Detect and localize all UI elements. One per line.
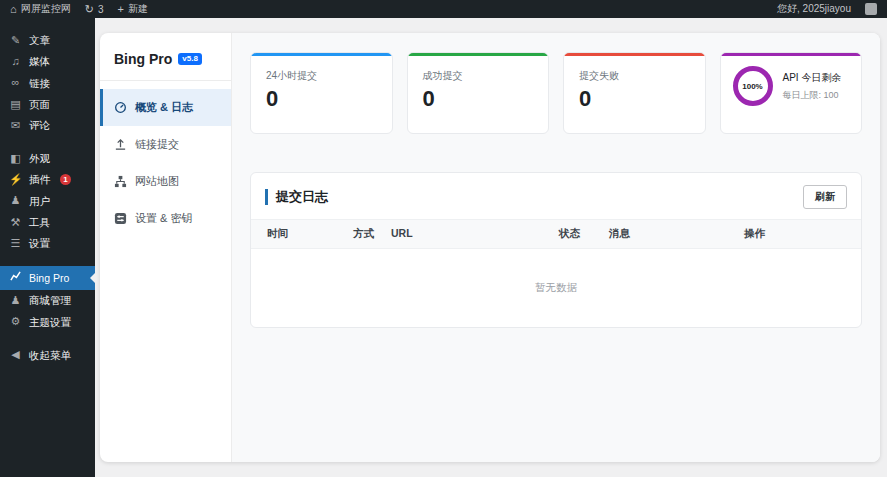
site-name: 网屏监控网 [21, 2, 71, 16]
sidebar-separator [0, 254, 95, 266]
plugin-title-row: Bing Pro v5.8 [100, 43, 231, 81]
sidebar-item-tools[interactable]: ⚒ 工具 [0, 212, 95, 233]
sitemap-icon [113, 175, 127, 189]
stat-card-success-submits: 成功提交 0 [407, 52, 550, 134]
tab-overview-logs[interactable]: 概览 & 日志 [100, 89, 231, 126]
tab-settings-keys[interactable]: 设置 & 密钥 [100, 200, 231, 237]
upload-icon [113, 138, 127, 152]
col-action: 操作 [744, 227, 845, 241]
sidebar-item-users[interactable]: ♟ 用户 [0, 190, 95, 211]
quota-ring: 100% [733, 66, 773, 106]
sidebar-item-label: 商城管理 [29, 294, 71, 307]
plugin-menu-label: 设置 & 密钥 [135, 211, 192, 226]
sidebar-item-label: 链接 [29, 77, 50, 90]
chart-line-icon [9, 271, 22, 285]
submission-log-card: 提交日志 刷新 时间 方式 URL 状态 消息 操作 暂无数据 [250, 172, 862, 328]
col-message: 消息 [609, 227, 744, 241]
plugin-menu-label: 网站地图 [135, 174, 179, 189]
stat-card-24h-submits: 24小时提交 0 [250, 52, 393, 134]
log-title: 提交日志 [265, 189, 328, 205]
plus-icon: + [117, 4, 123, 15]
new-content-link[interactable]: + 新建 [117, 2, 147, 16]
col-method: 方式 [353, 227, 391, 241]
sidebar-item-media[interactable]: ♫ 媒体 [0, 51, 95, 72]
collapse-icon: ◀ [9, 348, 22, 361]
sidebar-item-label: 插件 [29, 173, 50, 186]
admin-bar-right: 您好, 2025jiayou [777, 2, 877, 16]
sidebar-item-settings[interactable]: ☰ 设置 [0, 233, 95, 254]
users-icon: ♟ [9, 194, 22, 207]
quota-daily-limit: 每日上限: 100 [783, 89, 842, 102]
sidebar-separator [0, 136, 95, 148]
sidebar-item-collapse-menu[interactable]: ◀ 收起菜单 [0, 344, 95, 365]
sidebar-item-appearance[interactable]: ◧ 外观 [0, 148, 95, 169]
tab-link-submit[interactable]: 链接提交 [100, 126, 231, 163]
plugin-title: Bing Pro [114, 51, 172, 67]
sidebar-item-label: 收起菜单 [29, 349, 71, 362]
log-empty-state: 暂无数据 [251, 249, 861, 327]
plugin-menu: 概览 & 日志 链接提交 网站地图 设置 & 密钥 [100, 81, 231, 237]
stat-card-body: 提交失败 0 [564, 56, 705, 123]
stat-card-body: 100% API 今日剩余 每日上限: 100 [721, 56, 862, 116]
plugin-submenu: Bing Pro v5.8 概览 & 日志 链接提交 网站地图 [100, 33, 232, 462]
refresh-button[interactable]: 刷新 [803, 185, 847, 209]
greeting-account-link[interactable]: 您好, 2025jiayou [777, 2, 851, 16]
stat-card-failed-submits: 提交失败 0 [563, 52, 706, 134]
sidebar-item-pages[interactable]: ▤ 页面 [0, 94, 95, 115]
stat-value: 0 [266, 88, 377, 110]
tab-sitemap[interactable]: 网站地图 [100, 163, 231, 200]
sidebar-item-links[interactable]: ∞ 链接 [0, 72, 95, 93]
sidebar-item-comments[interactable]: ✉ 评论 [0, 115, 95, 136]
plugin-menu-label: 概览 & 日志 [135, 100, 193, 115]
sidebar-item-bing-pro[interactable]: Bing Pro [0, 266, 95, 290]
updates-count: 3 [98, 4, 104, 15]
site-link[interactable]: ⌂ 网屏监控网 [10, 2, 71, 16]
stat-value: 0 [423, 88, 534, 110]
stat-label: 成功提交 [423, 69, 534, 83]
appearance-icon: ◧ [9, 152, 22, 165]
sidebar-item-store[interactable]: ♟ 商城管理 [0, 290, 95, 311]
media-icon: ♫ [9, 55, 22, 68]
sidebar-item-theme-settings[interactable]: ⚙ 主题设置 [0, 311, 95, 332]
stat-card-body: 成功提交 0 [408, 56, 549, 123]
link-icon: ∞ [9, 76, 22, 89]
updates-icon: ↻ [85, 4, 94, 15]
admin-bar: ⌂ 网屏监控网 ↻ 3 + 新建 您好, 2025jiayou [0, 0, 887, 18]
sidebar-item-label: Bing Pro [29, 272, 69, 285]
stat-cards-row: 24小时提交 0 成功提交 0 提交失败 0 [250, 52, 862, 134]
plugin-icon: ⚡ [9, 173, 22, 186]
avatar[interactable] [865, 3, 877, 15]
sidebar-item-label: 设置 [29, 237, 50, 250]
sidebar-item-label: 评论 [29, 119, 50, 132]
admin-bar-left: ⌂ 网屏监控网 ↻ 3 + 新建 [10, 2, 148, 16]
sidebar-item-label: 用户 [29, 195, 50, 208]
sidebar-item-label: 页面 [29, 98, 50, 111]
sidebar-item-label: 文章 [29, 34, 50, 47]
wp-admin-sidebar: ✎ 文章 ♫ 媒体 ∞ 链接 ▤ 页面 ✉ 评论 ◧ 外观 ⚡ 插件 1 ♟ 用… [0, 18, 95, 477]
new-content-label: 新建 [128, 2, 148, 16]
sidebar-item-posts[interactable]: ✎ 文章 [0, 30, 95, 51]
updates-link[interactable]: ↻ 3 [85, 4, 104, 15]
sidebar-item-plugins[interactable]: ⚡ 插件 1 [0, 169, 95, 190]
pages-icon: ▤ [9, 98, 22, 111]
stat-card-api-quota: 100% API 今日剩余 每日上限: 100 [720, 52, 863, 134]
plugin-menu-label: 链接提交 [135, 137, 179, 152]
stat-label: API 今日剩余 [783, 71, 842, 85]
col-time: 时间 [267, 227, 353, 241]
pin-icon: ✎ [9, 34, 22, 47]
log-table-header: 时间 方式 URL 状态 消息 操作 [251, 219, 861, 249]
version-badge: v5.8 [178, 53, 202, 66]
col-url: URL [391, 227, 559, 241]
bing-pro-app: Bing Pro v5.8 概览 & 日志 链接提交 网站地图 [100, 33, 880, 462]
sidebar-item-label: 主题设置 [29, 316, 71, 329]
sidebar-separator [0, 332, 95, 344]
home-icon: ⌂ [10, 4, 17, 15]
stat-card-body: 24小时提交 0 [251, 56, 392, 123]
store-icon: ♟ [9, 294, 22, 307]
sidebar-item-label: 外观 [29, 152, 50, 165]
stat-label: 提交失败 [579, 69, 690, 83]
stat-value: 0 [579, 88, 690, 110]
gear-icon: ⚙ [9, 315, 22, 328]
comments-icon: ✉ [9, 119, 22, 132]
plugins-update-badge: 1 [60, 174, 71, 185]
